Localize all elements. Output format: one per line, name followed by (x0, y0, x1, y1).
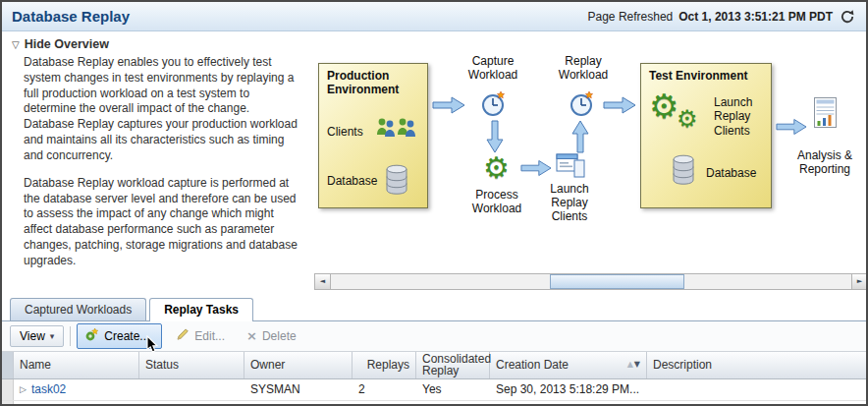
diagram-horizontal-scrollbar[interactable]: ◄ ► (314, 273, 868, 290)
row-expand-icon[interactable]: ▷ (20, 384, 27, 394)
edit-pencil-icon (176, 327, 190, 344)
capture-workload-label: Capture Workload (461, 55, 524, 83)
table-row[interactable]: ▷ task02 SYSMAN 2 Yes Sep 30, 2013 5:18:… (2, 379, 866, 401)
page-refreshed-label: Page Refreshed (588, 10, 674, 24)
owner-cell: SYSMAN (244, 402, 353, 406)
production-database-icon (384, 164, 409, 199)
scroll-left-button[interactable]: ◄ (315, 274, 331, 289)
table-row[interactable]: ▷ task01 SYSMAN 2 No Sep 30, 2013 4:32:1… (2, 401, 866, 406)
page-refreshed: Page Refreshed Oct 1, 2013 3:51:21 PM PD… (588, 8, 856, 26)
table-header-row: Name Status Owner Replays Consolidated R… (2, 352, 866, 379)
overview-description: Database Replay enables you to effective… (24, 55, 298, 269)
overview-panel: ▽ Hide Overview Database Replay enables … (2, 31, 866, 294)
hide-overview-label: Hide Overview (25, 37, 109, 51)
arrow-process-to-launch-icon (520, 159, 552, 180)
delete-x-icon: × (246, 329, 257, 342)
tab-replay-tasks[interactable]: Replay Tasks (149, 298, 253, 321)
tab-bar: Captured Workloads Replay Tasks (2, 294, 866, 321)
scrollbar-track[interactable] (331, 274, 851, 289)
column-header-description[interactable]: Description (647, 352, 866, 378)
sort-descending-icon[interactable]: ▼ (634, 361, 640, 369)
production-database-label: Database (327, 174, 377, 188)
launch-replay-clients-window-icon (556, 153, 585, 182)
workflow-diagram: Production Environment Clients Database (306, 55, 860, 240)
creation-date-label: Creation Date (496, 359, 569, 372)
column-header-consolidated-replay[interactable]: Consolidated Replay (416, 352, 490, 378)
production-environment-title: Production Environment (319, 64, 427, 97)
toolbar-separator (70, 326, 71, 346)
column-header-name[interactable]: Name (14, 352, 139, 378)
scroll-right-button[interactable]: ► (851, 274, 867, 289)
analysis-reporting-icon (813, 96, 840, 133)
select-column-header (2, 352, 14, 378)
capture-workload-clock-icon (481, 90, 508, 120)
replay-tasks-table: Name Status Owner Replays Consolidated R… (2, 352, 866, 404)
name-cell: ▷ task02 (14, 380, 139, 398)
column-header-status[interactable]: Status (139, 352, 244, 378)
status-cell (139, 387, 244, 391)
replay-tasks-toolbar: View ▾ Create... Edit... × Delete (2, 321, 866, 352)
caret-down-icon: ▾ (50, 331, 55, 341)
description-cell (647, 387, 866, 391)
edit-button-label: Edit... (194, 329, 225, 343)
replay-workload-label: Replay Workload (552, 55, 615, 83)
scrollbar-thumb[interactable] (550, 274, 685, 289)
production-environment-box: Production Environment Clients Database (318, 63, 428, 208)
page-header: Database Replay Page Refreshed Oct 1, 20… (2, 2, 866, 31)
column-header-creation-date[interactable]: Creation Date ▲ ▼ (490, 352, 647, 378)
owner-cell: SYSMAN (244, 380, 353, 398)
tab-captured-workloads[interactable]: Captured Workloads (10, 298, 146, 320)
delete-button-label: Delete (262, 329, 297, 343)
edit-button[interactable]: Edit... (168, 324, 233, 347)
sort-indicator[interactable]: ▲ ▼ (627, 361, 640, 369)
test-launch-replay-clients-label: Launch Replay Clients (714, 95, 767, 138)
refresh-icon[interactable] (839, 8, 856, 26)
replay-workload-clock-icon (570, 90, 596, 120)
row-select-cell[interactable] (2, 379, 14, 400)
process-workload-gear-icon: ⚙ (483, 153, 510, 183)
arrow-launch-to-replay-icon (571, 120, 589, 156)
replays-cell: 2 (358, 382, 369, 396)
delete-button[interactable]: × Delete (239, 326, 304, 346)
creation-date-cell: Sep 30, 2013 4:32:14 PM... (490, 402, 647, 406)
clients-icon (374, 115, 419, 144)
clients-label: Clients (327, 125, 363, 139)
column-header-owner[interactable]: Owner (244, 352, 353, 378)
test-gear-large-icon: ⚙ (649, 89, 678, 123)
task-link[interactable]: task02 (31, 382, 66, 396)
page-title: Database Replay (12, 8, 130, 25)
process-workload-label: Process Workload (460, 189, 534, 216)
name-cell: ▷ task01 (14, 402, 139, 406)
test-environment-box: Test Environment ⚙ ⚙ Launch Replay Clien… (640, 63, 772, 208)
column-header-replays[interactable]: Replays (353, 352, 416, 378)
collapse-triangle-icon: ▽ (12, 39, 20, 50)
create-button[interactable]: Create... (77, 323, 162, 349)
database-replay-page: Database Replay Page Refreshed Oct 1, 20… (0, 0, 868, 406)
consolidated-cell: No (416, 402, 490, 406)
consolidated-cell: Yes (416, 380, 490, 398)
analysis-reporting-label: Analysis & Reporting (791, 149, 858, 177)
hide-overview-toggle[interactable]: ▽ Hide Overview (12, 37, 858, 51)
create-icon (84, 327, 99, 345)
test-environment-title: Test Environment (641, 64, 771, 83)
test-database-label: Database (706, 166, 756, 180)
page-refreshed-time: Oct 1, 2013 3:51:21 PM PDT (678, 10, 833, 24)
sort-ascending-icon[interactable]: ▲ (627, 361, 633, 369)
arrow-test-to-analysis-icon (776, 118, 807, 139)
view-menu-button[interactable]: View ▾ (10, 325, 64, 347)
launch-replay-clients-label: Launch Replay Clients (540, 183, 599, 223)
arrow-production-to-capture-icon (432, 96, 465, 117)
overview-paragraph-1: Database Replay enables you to effective… (24, 55, 298, 164)
create-button-label: Create... (104, 329, 149, 343)
overview-paragraph-2: Database Replay workload capture is perf… (24, 176, 298, 269)
row-select-cell[interactable] (2, 401, 14, 406)
test-gear-small-icon: ⚙ (677, 107, 698, 131)
test-database-icon (671, 154, 696, 189)
arrow-replay-to-test-icon (603, 96, 636, 117)
creation-date-cell: Sep 30, 2013 5:18:29 PM... (490, 380, 647, 398)
view-menu-label: View (20, 329, 45, 343)
